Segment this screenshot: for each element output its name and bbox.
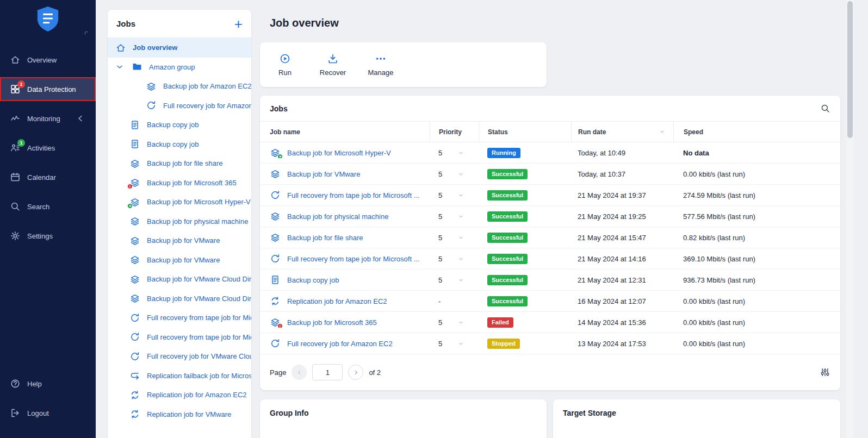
jobs-card-header: Jobs — [260, 96, 840, 122]
tree-item-full-recovery-from-tape-job-for-micr[interactable]: Full recovery from tape job for Micr — [108, 328, 251, 347]
priority-value: - — [438, 297, 441, 305]
tree-item-full-recovery-job-for-amazon-e[interactable]: Full recovery job for Amazon E — [108, 96, 251, 116]
tree-item-backup-job-for-vmware-cloud-direc[interactable]: Backup job for VMware Cloud Direc — [108, 270, 251, 289]
recover-button[interactable]: Recover — [309, 53, 357, 77]
tree-item-backup-job-for-file-share[interactable]: Backup job for file share — [108, 154, 251, 173]
scrollbar-thumb[interactable] — [847, 1, 853, 138]
job-name-cell[interactable]: Backup job for Microsoft 365 — [260, 317, 430, 328]
sidebar-item-settings[interactable]: Settings — [0, 225, 96, 247]
tree-item-label: Backup job for VMware Cloud Direc — [147, 295, 251, 303]
speed-cell: 274.59 Mbit/s (last run) — [673, 191, 840, 199]
tree-item-label: Replication failback job for Microsof — [147, 372, 251, 380]
sidebar-item-monitoring[interactable]: Monitoring — [0, 108, 96, 129]
page-number-input[interactable] — [312, 364, 343, 380]
job-name-cell[interactable]: Backup copy job — [260, 274, 430, 285]
recovery-icon — [146, 100, 157, 111]
tree-item-replication-job-for-vmware[interactable]: Replication job for VMware — [108, 405, 251, 424]
tree-item-amazon-group[interactable]: Amazon group — [108, 58, 251, 77]
column-header-run-date[interactable]: Run date — [571, 122, 673, 142]
tree-item-label: Backup copy job — [147, 121, 199, 129]
action-button-label: Run — [278, 68, 292, 77]
manage-button[interactable]: Manage — [357, 53, 405, 77]
chevron-down-icon[interactable] — [457, 319, 464, 326]
column-header-status[interactable]: Status — [479, 122, 571, 142]
column-header-job-name[interactable]: Job name — [260, 122, 430, 142]
status-badge: Successful — [487, 275, 528, 285]
chevron-down-icon[interactable] — [457, 255, 464, 262]
tree-item-backup-job-for-microsoft-hyper-v[interactable]: Backup job for Microsoft Hyper-V — [108, 192, 251, 212]
chevron-down-icon[interactable] — [457, 277, 464, 284]
backup-icon — [146, 81, 157, 92]
tree-item-full-recovery-from-tape-job-for-micr[interactable]: Full recovery from tape job for Micr — [108, 308, 251, 328]
column-header-label: Run date — [578, 128, 606, 136]
next-page-button[interactable] — [348, 365, 363, 380]
column-header-speed[interactable]: Speed — [673, 122, 840, 142]
copy-icon — [129, 120, 140, 130]
tree-item-backup-job-for-microsoft-365[interactable]: Backup job for Microsoft 365 — [108, 173, 251, 193]
backup-icon — [270, 232, 281, 243]
scrollbar[interactable] — [846, 0, 854, 438]
search-icon[interactable] — [820, 103, 830, 114]
tree-item-backup-job-for-amazon-ec2[interactable]: Backup job for Amazon EC2 — [108, 77, 251, 96]
tree-item-backup-copy-job[interactable]: Backup copy job — [108, 135, 251, 154]
tree-item-backup-copy-job[interactable]: Backup copy job — [108, 115, 251, 135]
sidebar-item-help[interactable]: Help — [0, 373, 96, 395]
tree-item-replication-job-for-amazon-ec2[interactable]: Replication job for Amazon EC2 — [108, 385, 251, 405]
tree-item-backup-job-for-vmware[interactable]: Backup job for VMware — [108, 231, 251, 251]
sidebar-item-label: Help — [27, 380, 42, 388]
job-name-cell[interactable]: Backup job for physical machine — [260, 211, 430, 222]
prev-page-button[interactable] — [292, 365, 307, 380]
sidebar-item-calendar[interactable]: Calendar — [0, 166, 96, 188]
sidebar-item-label: Monitoring — [27, 115, 60, 123]
priority-cell: 5 — [430, 170, 479, 178]
sidebar-item-data-protection[interactable]: 1Data Protection — [0, 78, 96, 100]
tree-item-full-recovery-job-for-vmware-cloud[interactable]: Full recovery job for VMware Cloud — [108, 347, 251, 366]
priority-cell: 5 — [430, 191, 479, 199]
chevron-down-icon[interactable] — [457, 192, 464, 199]
sidebar-item-logout[interactable]: Logout — [0, 402, 96, 424]
job-name-cell[interactable]: Backup job for VMware — [260, 168, 430, 179]
sort-chevron-icon[interactable] — [659, 128, 666, 135]
chevron-down-icon[interactable] — [457, 340, 464, 347]
job-name-cell[interactable]: Full recovery from tape job for Microsof… — [260, 253, 430, 264]
tree-item-backup-job-for-vmware[interactable]: Backup job for VMware — [108, 251, 251, 270]
speed-cell: 0.82 kbit/s (last run) — [673, 234, 840, 242]
table-settings-icon[interactable] — [820, 367, 830, 378]
tree-item-label: Backup job for physical machine — [147, 217, 248, 226]
sidebar-collapse-icon[interactable] — [84, 30, 90, 37]
job-name-cell[interactable]: Replication job for Amazon EC2 — [260, 296, 430, 306]
job-name-cell[interactable]: Backup job for Microsoft Hyper-V — [260, 147, 430, 158]
chevron-down-icon[interactable] — [457, 213, 464, 220]
column-header-priority[interactable]: Priority — [430, 122, 479, 142]
tree-item-replication-failback-job-for-microsof[interactable]: Replication failback job for Microsof — [108, 366, 251, 386]
failback-icon — [129, 370, 140, 381]
chevron-down-icon[interactable] — [457, 234, 464, 241]
job-name-cell[interactable]: Full recovery job for Amazon EC2 — [260, 338, 430, 349]
job-name-link: Backup copy job — [287, 276, 339, 284]
add-job-button[interactable]: + — [234, 17, 243, 30]
tree-item-label: Full recovery from tape job for Micr — [147, 314, 251, 322]
priority-value: 5 — [438, 170, 442, 178]
chevron-down-icon[interactable] — [457, 149, 464, 157]
chevron-down-icon[interactable] — [457, 171, 464, 178]
status-badge: Successful — [487, 233, 528, 243]
job-name-cell[interactable]: Full recovery from tape job for Microsof… — [260, 190, 430, 201]
sidebar-item-overview[interactable]: Overview — [0, 49, 96, 71]
sidebar-item-label: Logout — [27, 409, 49, 417]
tree-item-job-overview[interactable]: Job overview — [108, 38, 251, 58]
sidebar-item-activities[interactable]: 1Activities — [0, 137, 96, 159]
sidebar-item-search[interactable]: Search — [0, 196, 96, 217]
chevron-down-icon[interactable] — [114, 61, 125, 72]
job-name-link: Full recovery from tape job for Microsof… — [287, 255, 419, 263]
run-button[interactable]: Run — [261, 53, 309, 77]
replication-icon — [270, 296, 281, 306]
job-name-cell[interactable]: Backup job for file share — [260, 232, 430, 243]
backup-icon — [129, 216, 140, 227]
tree-item-backup-job-for-vmware-cloud-direc[interactable]: Backup job for VMware Cloud Direc — [108, 289, 251, 309]
priority-value: 5 — [438, 276, 442, 284]
tree-item-label: Full recovery job for VMware Cloud — [147, 352, 251, 360]
tree-item-backup-job-for-physical-machine[interactable]: Backup job for physical machine — [108, 212, 251, 231]
page-title: Job overview — [270, 17, 339, 29]
chevron-left-icon[interactable] — [75, 113, 86, 124]
job-name-link: Replication job for Amazon EC2 — [287, 297, 387, 305]
